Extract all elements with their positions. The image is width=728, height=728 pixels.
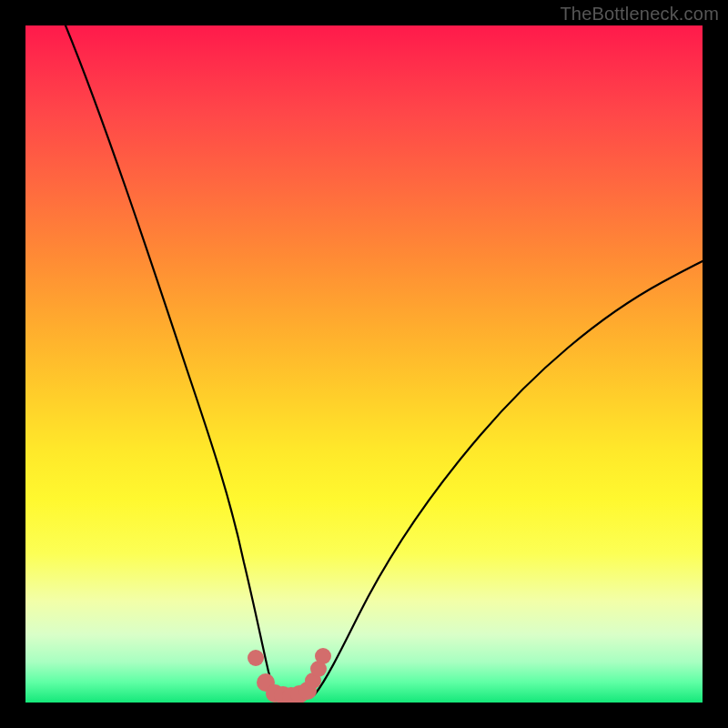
chart-svg-layer (25, 25, 703, 703)
left-curve (66, 25, 278, 697)
plot-area (25, 25, 703, 703)
watermark-text: TheBottleneck.com (560, 4, 719, 25)
marker-dot (315, 648, 331, 664)
marker-dot (248, 650, 264, 666)
chart-frame: TheBottleneck.com (0, 0, 728, 728)
marker-group (248, 648, 331, 703)
right-curve (315, 261, 703, 694)
curve-group (66, 25, 703, 699)
